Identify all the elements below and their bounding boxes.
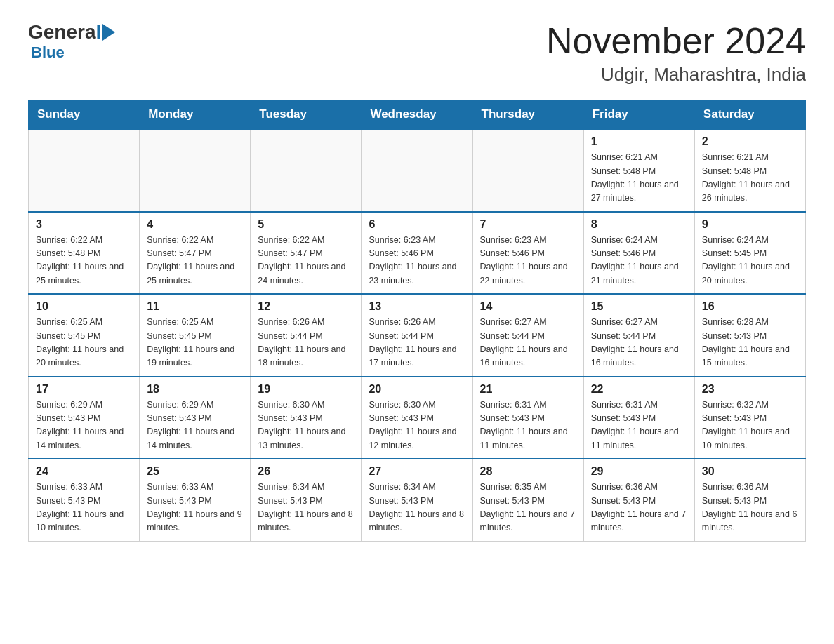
calendar-cell — [140, 129, 251, 212]
calendar-title: November 2024 — [546, 21, 806, 61]
cell-day-number: 2 — [702, 135, 798, 148]
cell-sun-info: Sunrise: 6:28 AM Sunset: 5:43 PM Dayligh… — [702, 316, 798, 370]
cell-sun-info: Sunrise: 6:23 AM Sunset: 5:46 PM Dayligh… — [369, 234, 465, 288]
cell-sun-info: Sunrise: 6:26 AM Sunset: 5:44 PM Dayligh… — [258, 316, 354, 370]
day-of-week-saturday: Saturday — [694, 100, 805, 130]
calendar-subtitle: Udgir, Maharashtra, India — [546, 64, 806, 86]
cell-day-number: 18 — [147, 383, 243, 396]
cell-day-number: 15 — [591, 300, 687, 313]
calendar-cell — [251, 129, 362, 212]
day-of-week-sunday: Sunday — [29, 100, 140, 130]
calendar-cell: 23Sunrise: 6:32 AM Sunset: 5:43 PM Dayli… — [694, 377, 805, 459]
cell-sun-info: Sunrise: 6:31 AM Sunset: 5:43 PM Dayligh… — [480, 398, 576, 453]
calendar-table: SundayMondayTuesdayWednesdayThursdayFrid… — [28, 100, 806, 542]
cell-sun-info: Sunrise: 6:22 AM Sunset: 5:47 PM Dayligh… — [147, 234, 243, 288]
calendar-cell: 22Sunrise: 6:31 AM Sunset: 5:43 PM Dayli… — [583, 377, 694, 459]
calendar-cell: 16Sunrise: 6:28 AM Sunset: 5:43 PM Dayli… — [694, 294, 805, 377]
logo-blue-text: Blue — [31, 43, 65, 62]
calendar-cell: 3Sunrise: 6:22 AM Sunset: 5:48 PM Daylig… — [29, 212, 140, 295]
calendar-week-row: 1Sunrise: 6:21 AM Sunset: 5:48 PM Daylig… — [29, 129, 806, 212]
cell-day-number: 4 — [147, 218, 243, 231]
cell-sun-info: Sunrise: 6:36 AM Sunset: 5:43 PM Dayligh… — [702, 481, 798, 535]
cell-day-number: 27 — [369, 465, 465, 478]
cell-day-number: 11 — [147, 300, 243, 313]
cell-sun-info: Sunrise: 6:30 AM Sunset: 5:43 PM Dayligh… — [369, 398, 465, 453]
title-block: November 2024 Udgir, Maharashtra, India — [546, 21, 806, 86]
calendar-cell: 10Sunrise: 6:25 AM Sunset: 5:45 PM Dayli… — [29, 294, 140, 377]
cell-day-number: 23 — [702, 383, 798, 396]
cell-sun-info: Sunrise: 6:21 AM Sunset: 5:48 PM Dayligh… — [702, 151, 798, 206]
cell-day-number: 26 — [258, 465, 354, 478]
cell-day-number: 16 — [702, 300, 798, 313]
cell-sun-info: Sunrise: 6:24 AM Sunset: 5:46 PM Dayligh… — [591, 234, 687, 288]
cell-day-number: 9 — [702, 218, 798, 231]
cell-day-number: 24 — [36, 465, 132, 478]
calendar-cell: 30Sunrise: 6:36 AM Sunset: 5:43 PM Dayli… — [694, 459, 805, 541]
cell-sun-info: Sunrise: 6:21 AM Sunset: 5:48 PM Dayligh… — [591, 151, 687, 206]
calendar-cell — [362, 129, 472, 212]
cell-day-number: 7 — [480, 218, 576, 231]
cell-sun-info: Sunrise: 6:22 AM Sunset: 5:48 PM Dayligh… — [36, 234, 132, 288]
logo-l-letter: l — [96, 21, 102, 43]
page-header: General Blue November 2024 Udgir, Mahara… — [28, 21, 806, 86]
logo-arrow-icon — [102, 24, 115, 41]
cell-sun-info: Sunrise: 6:29 AM Sunset: 5:43 PM Dayligh… — [36, 398, 132, 453]
calendar-cell: 4Sunrise: 6:22 AM Sunset: 5:47 PM Daylig… — [140, 212, 251, 295]
cell-day-number: 5 — [258, 218, 354, 231]
calendar-cell: 24Sunrise: 6:33 AM Sunset: 5:43 PM Dayli… — [29, 459, 140, 541]
calendar-week-row: 17Sunrise: 6:29 AM Sunset: 5:43 PM Dayli… — [29, 377, 806, 459]
calendar-cell: 15Sunrise: 6:27 AM Sunset: 5:44 PM Dayli… — [583, 294, 694, 377]
calendar-cell: 13Sunrise: 6:26 AM Sunset: 5:44 PM Dayli… — [362, 294, 472, 377]
calendar-cell: 11Sunrise: 6:25 AM Sunset: 5:45 PM Dayli… — [140, 294, 251, 377]
calendar-week-row: 3Sunrise: 6:22 AM Sunset: 5:48 PM Daylig… — [29, 212, 806, 295]
cell-sun-info: Sunrise: 6:23 AM Sunset: 5:46 PM Dayligh… — [480, 234, 576, 288]
calendar-cell: 26Sunrise: 6:34 AM Sunset: 5:43 PM Dayli… — [251, 459, 362, 541]
cell-sun-info: Sunrise: 6:22 AM Sunset: 5:47 PM Dayligh… — [258, 234, 354, 288]
calendar-cell: 28Sunrise: 6:35 AM Sunset: 5:43 PM Dayli… — [472, 459, 583, 541]
cell-sun-info: Sunrise: 6:34 AM Sunset: 5:43 PM Dayligh… — [258, 481, 354, 535]
cell-day-number: 6 — [369, 218, 465, 231]
cell-day-number: 20 — [369, 383, 465, 396]
cell-day-number: 8 — [591, 218, 687, 231]
cell-sun-info: Sunrise: 6:25 AM Sunset: 5:45 PM Dayligh… — [147, 316, 243, 370]
cell-sun-info: Sunrise: 6:24 AM Sunset: 5:45 PM Dayligh… — [702, 234, 798, 288]
cell-day-number: 30 — [702, 465, 798, 478]
day-of-week-wednesday: Wednesday — [362, 100, 472, 130]
cell-day-number: 13 — [369, 300, 465, 313]
cell-day-number: 12 — [258, 300, 354, 313]
cell-day-number: 28 — [480, 465, 576, 478]
cell-day-number: 3 — [36, 218, 132, 231]
calendar-cell: 18Sunrise: 6:29 AM Sunset: 5:43 PM Dayli… — [140, 377, 251, 459]
cell-day-number: 19 — [258, 383, 354, 396]
day-of-week-tuesday: Tuesday — [251, 100, 362, 130]
calendar-cell: 8Sunrise: 6:24 AM Sunset: 5:46 PM Daylig… — [583, 212, 694, 295]
calendar-header-row: SundayMondayTuesdayWednesdayThursdayFrid… — [29, 100, 806, 130]
logo-general-text: General — [28, 21, 115, 43]
calendar-cell: 17Sunrise: 6:29 AM Sunset: 5:43 PM Dayli… — [29, 377, 140, 459]
cell-day-number: 22 — [591, 383, 687, 396]
calendar-cell: 25Sunrise: 6:33 AM Sunset: 5:43 PM Dayli… — [140, 459, 251, 541]
cell-day-number: 10 — [36, 300, 132, 313]
calendar-cell: 20Sunrise: 6:30 AM Sunset: 5:43 PM Dayli… — [362, 377, 472, 459]
calendar-cell — [472, 129, 583, 212]
cell-day-number: 1 — [591, 135, 687, 148]
cell-sun-info: Sunrise: 6:27 AM Sunset: 5:44 PM Dayligh… — [591, 316, 687, 370]
logo-general-word: Genera — [28, 21, 96, 43]
calendar-cell: 27Sunrise: 6:34 AM Sunset: 5:43 PM Dayli… — [362, 459, 472, 541]
day-of-week-friday: Friday — [583, 100, 694, 130]
cell-sun-info: Sunrise: 6:30 AM Sunset: 5:43 PM Dayligh… — [258, 398, 354, 453]
calendar-cell: 19Sunrise: 6:30 AM Sunset: 5:43 PM Dayli… — [251, 377, 362, 459]
cell-sun-info: Sunrise: 6:33 AM Sunset: 5:43 PM Dayligh… — [147, 481, 243, 535]
cell-sun-info: Sunrise: 6:25 AM Sunset: 5:45 PM Dayligh… — [36, 316, 132, 370]
calendar-cell: 29Sunrise: 6:36 AM Sunset: 5:43 PM Dayli… — [583, 459, 694, 541]
calendar-week-row: 24Sunrise: 6:33 AM Sunset: 5:43 PM Dayli… — [29, 459, 806, 541]
calendar-cell: 6Sunrise: 6:23 AM Sunset: 5:46 PM Daylig… — [362, 212, 472, 295]
cell-day-number: 17 — [36, 383, 132, 396]
calendar-cell: 2Sunrise: 6:21 AM Sunset: 5:48 PM Daylig… — [694, 129, 805, 212]
cell-sun-info: Sunrise: 6:27 AM Sunset: 5:44 PM Dayligh… — [480, 316, 576, 370]
calendar-cell: 7Sunrise: 6:23 AM Sunset: 5:46 PM Daylig… — [472, 212, 583, 295]
calendar-cell: 14Sunrise: 6:27 AM Sunset: 5:44 PM Dayli… — [472, 294, 583, 377]
logo: General Blue — [28, 21, 115, 62]
cell-sun-info: Sunrise: 6:26 AM Sunset: 5:44 PM Dayligh… — [369, 316, 465, 370]
cell-day-number: 25 — [147, 465, 243, 478]
